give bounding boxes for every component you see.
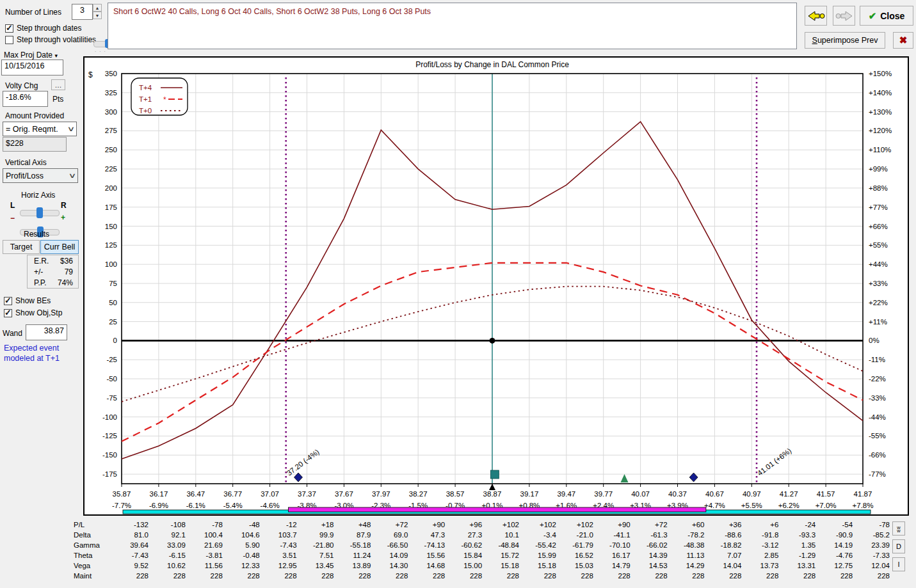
table-cell: 11.13 xyxy=(668,552,705,559)
table-cell: 228 xyxy=(297,572,334,580)
svg-text:-55%: -55% xyxy=(869,432,886,440)
svg-text:200: 200 xyxy=(105,184,117,192)
table-cell: +60 xyxy=(668,521,705,528)
svg-text:-25: -25 xyxy=(106,356,117,363)
greeks-table: P/L-132-108-78-48-12+18+48+72+90+96+102+… xyxy=(64,517,916,588)
amount-provided-select[interactable]: = Orig. Reqmt. ∨ xyxy=(3,122,77,136)
er-value: $36 xyxy=(60,257,73,266)
er-label: E.R. xyxy=(34,257,49,266)
superimpose-prev-button[interactable]: Superimpose Prev xyxy=(805,32,885,49)
delete-button[interactable]: ✖ xyxy=(893,32,913,49)
table-cell: 228 xyxy=(149,572,186,580)
wand-label: Wand xyxy=(3,329,22,338)
svg-text:-4.6%: -4.6% xyxy=(261,502,280,509)
table-cell: 99.9 xyxy=(297,531,334,539)
max-proj-date-dropdown[interactable]: Max Proj Date ▾ xyxy=(4,51,58,60)
svg-text:-77%: -77% xyxy=(869,470,886,478)
svg-text:41.87: 41.87 xyxy=(854,490,872,498)
table-cell: 228 xyxy=(816,572,853,580)
table-cell: -48.38 xyxy=(668,541,705,549)
table-cell: 12.95 xyxy=(260,562,297,569)
table-cell: 27.3 xyxy=(445,531,482,539)
target-button[interactable]: Target xyxy=(3,240,40,254)
table-cell: 47.3 xyxy=(408,531,445,539)
table-row-label: Delta xyxy=(74,531,91,539)
table-cell: 14.30 xyxy=(371,562,408,569)
x-icon: ✖ xyxy=(899,35,908,46)
close-button[interactable]: ✔ Close xyxy=(860,6,913,26)
table-row-label: Vega xyxy=(74,562,90,569)
table-option-button[interactable]: w w xyxy=(892,521,905,536)
table-cell: 5.90 xyxy=(223,541,260,549)
table-cell: 228 xyxy=(593,572,631,580)
curr-bell-button[interactable]: Curr Bell xyxy=(40,240,79,254)
table-cell: 7.07 xyxy=(704,552,741,559)
volty-chg-more-button[interactable]: ... xyxy=(51,79,65,90)
table-cell: -108 xyxy=(149,521,186,528)
table-cell: -6.15 xyxy=(149,552,186,559)
svg-text:+44%: +44% xyxy=(869,260,888,268)
step-volatilities-checkbox[interactable] xyxy=(5,36,13,44)
svg-text:39.17: 39.17 xyxy=(520,490,539,498)
number-of-lines-down-icon[interactable]: ▼ xyxy=(93,12,102,19)
table-cell: -78 xyxy=(186,521,223,528)
table-cell: -90.9 xyxy=(816,531,853,539)
svg-text:350: 350 xyxy=(105,70,117,77)
svg-text:$: $ xyxy=(88,70,93,79)
profit-loss-chart-panel: 350+150%325+140%300+130%275+120%250+110%… xyxy=(83,56,909,516)
table-row-label: Theta xyxy=(74,552,92,559)
table-cell: -12 xyxy=(260,521,297,528)
svg-text:+22%: +22% xyxy=(869,299,888,306)
table-cell: 228 xyxy=(519,572,556,580)
number-of-lines-up-icon[interactable]: ▲ xyxy=(93,4,102,12)
svg-text:41.27: 41.27 xyxy=(780,490,798,498)
show-bes-checkbox[interactable] xyxy=(4,297,12,305)
vertical-axis-select[interactable]: Profit/Loss ∨ xyxy=(3,168,78,183)
horiz-axis-left-label: L xyxy=(10,201,15,210)
horiz-axis-position-slider[interactable] xyxy=(20,210,60,216)
position-description-box[interactable]: Short 6 OctW2 40 Calls, Long 6 Oct 40 Ca… xyxy=(108,3,797,49)
svg-text:-75: -75 xyxy=(106,394,117,402)
svg-text:-7.7%: -7.7% xyxy=(112,502,131,509)
table-cell: -3.12 xyxy=(741,541,778,549)
table-cell: -7.43 xyxy=(111,552,149,559)
table-cell: -78.2 xyxy=(668,531,705,539)
table-cell: 3.51 xyxy=(260,552,297,559)
wand-input[interactable]: 38.87 xyxy=(26,324,67,340)
svg-text:37.67: 37.67 xyxy=(335,490,353,498)
table-cell: 21.69 xyxy=(186,541,223,549)
table-cell: 87.9 xyxy=(333,531,371,539)
table-cell: 228 xyxy=(445,572,482,580)
profit-loss-chart[interactable]: 350+150%325+140%300+130%275+120%250+110%… xyxy=(84,58,908,514)
table-cell: 13.31 xyxy=(778,562,816,569)
svg-text:-6.9%: -6.9% xyxy=(149,502,168,509)
svg-text:T+4: T+4 xyxy=(139,84,152,91)
table-cell: -1.29 xyxy=(778,552,816,559)
svg-text:-22%: -22% xyxy=(869,375,886,383)
number-of-lines-input[interactable]: 3 xyxy=(72,4,93,20)
table-option-button[interactable]: D xyxy=(892,539,905,553)
table-cell: 13.73 xyxy=(741,562,778,569)
dropdown-arrow-icon: ▾ xyxy=(54,52,58,59)
volty-chg-input[interactable]: -18.6% xyxy=(3,91,48,107)
table-cell: -78 xyxy=(853,521,890,528)
horiz-axis-plus-label: + xyxy=(61,213,65,222)
table-cell: 228 xyxy=(408,572,445,580)
table-cell: -54 xyxy=(816,521,853,528)
step-dates-checkbox[interactable] xyxy=(5,24,13,33)
table-cell: 11.56 xyxy=(186,562,223,569)
table-cell: 228 xyxy=(333,572,371,580)
svg-text:+77%: +77% xyxy=(869,203,888,211)
svg-text:-150: -150 xyxy=(102,451,117,459)
show-obj-stp-checkbox[interactable] xyxy=(4,309,12,317)
table-cell: 15.18 xyxy=(519,562,556,569)
svg-text:+120%: +120% xyxy=(869,127,892,134)
table-cell: 1.35 xyxy=(778,541,816,549)
max-proj-date-input[interactable]: 10/15/2016 xyxy=(1,60,63,75)
table-option-button[interactable]: I xyxy=(892,557,905,571)
svg-text:38.57: 38.57 xyxy=(446,490,465,498)
volty-chg-label: Volty Chg xyxy=(5,81,38,90)
prev-graph-button[interactable] xyxy=(805,6,827,26)
table-cell: 228 xyxy=(631,572,668,580)
svg-text:41.57: 41.57 xyxy=(817,490,835,498)
